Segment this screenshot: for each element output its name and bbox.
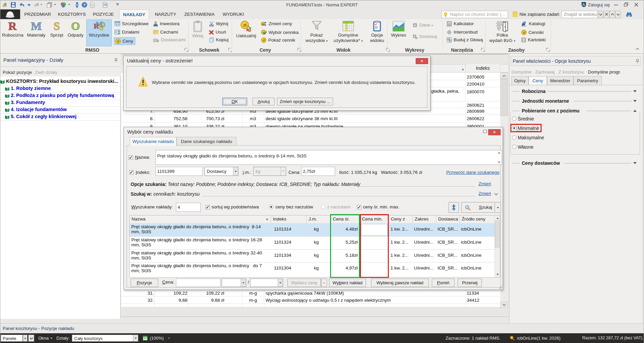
svg-text:S: S <box>54 20 60 32</box>
svg-text:zł: zł <box>117 40 120 43</box>
svg-text:?: ? <box>83 3 86 7</box>
svg-text:zł: zł <box>262 23 264 26</box>
svg-text:zł: zł <box>263 39 265 42</box>
svg-text:R: R <box>8 20 17 32</box>
svg-text:O: O <box>71 20 80 32</box>
svg-text:M: M <box>31 20 42 32</box>
svg-text:zł: zł <box>243 22 247 28</box>
svg-text:zł: zł <box>523 31 525 34</box>
svg-text:S: S <box>99 23 103 32</box>
